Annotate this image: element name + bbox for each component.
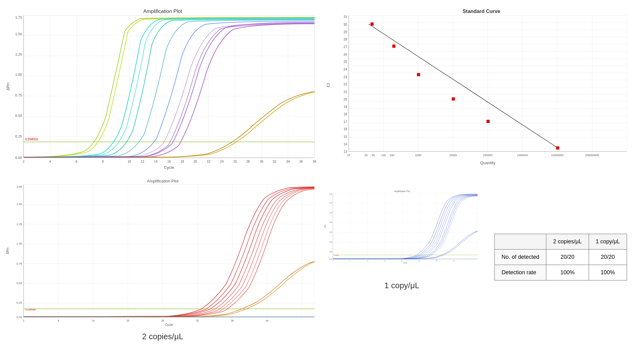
table-value-rate-1copy: 100%: [589, 265, 627, 280]
table-header-2copies: 2 copies/μL: [546, 234, 589, 249]
svg-text:10000000: 10000000: [551, 154, 564, 157]
std-point-5: [486, 120, 489, 123]
svg-text:Ct: Ct: [326, 83, 331, 87]
svg-text:1.25: 1.25: [15, 53, 22, 56]
svg-text:23: 23: [343, 75, 347, 79]
amplification-plot-main: Amplification Plot: [5, 5, 321, 172]
detection-table-container: 2 copies/μL 1 copy/μL No. of detected 20…: [482, 174, 639, 340]
svg-text:18: 18: [343, 113, 347, 116]
svg-text:20: 20: [194, 160, 197, 163]
bottom-right-section: Amplification Plot: [323, 174, 640, 342]
svg-text:24: 24: [343, 68, 347, 71]
svg-text:1.00: 1.00: [16, 242, 22, 245]
detection-table: 2 copies/μL 1 copy/μL No. of detected 20…: [494, 234, 627, 280]
std-point-6: [556, 146, 559, 149]
svg-text:29: 29: [343, 30, 347, 34]
svg-text:26: 26: [343, 53, 347, 56]
svg-text:0.25: 0.25: [16, 301, 22, 304]
svg-text:200: 200: [390, 154, 394, 157]
table-value-detected-2copies: 20/20: [546, 249, 589, 265]
svg-text:32: 32: [419, 260, 420, 261]
svg-text:Quantity: Quantity: [480, 160, 495, 165]
svg-text:1.25: 1.25: [329, 212, 332, 213]
svg-text:20: 20: [364, 154, 367, 157]
amp-1copy-label: 1 copy/μL: [323, 281, 481, 290]
table-label-detected: No. of detected: [495, 249, 546, 265]
standard-curve-container: Standard Curve: [323, 5, 640, 172]
svg-text:22: 22: [343, 83, 347, 86]
svg-text:Cycle: Cycle: [164, 165, 174, 170]
amp-1copy-container: Amplification Plot: [323, 174, 481, 340]
svg-text:36: 36: [299, 160, 303, 163]
svg-text:1.50: 1.50: [16, 203, 22, 206]
svg-text:100: 100: [381, 154, 386, 157]
svg-text:30: 30: [260, 160, 263, 163]
svg-text:10000: 10000: [449, 154, 457, 157]
svg-text:0.00: 0.00: [16, 316, 22, 319]
svg-text:20: 20: [126, 319, 130, 322]
table-value-detected-1copy: 20/20: [589, 249, 627, 265]
svg-text:44: 44: [266, 319, 269, 322]
table-header-1copy: 1 copy/μL: [589, 234, 627, 249]
amp-2copies-container: Amplification Plot: [5, 174, 321, 342]
svg-text:32: 32: [273, 160, 277, 163]
svg-text:2: 2: [23, 319, 24, 322]
svg-text:20: 20: [384, 260, 386, 261]
svg-text:15: 15: [343, 135, 347, 139]
svg-text:1.00: 1.00: [15, 73, 22, 76]
svg-text:ΔRn: ΔRn: [6, 83, 10, 91]
svg-text:14: 14: [92, 319, 95, 322]
amp-1copy-title: Amplification Plot: [394, 190, 410, 193]
svg-text:2: 2: [332, 260, 333, 261]
amp-2copies-title: Amplification Plot: [147, 178, 178, 183]
svg-text:50: 50: [372, 154, 375, 157]
svg-text:26: 26: [401, 260, 403, 261]
svg-text:22: 22: [207, 160, 211, 163]
svg-text:32: 32: [196, 319, 199, 322]
svg-text:30: 30: [343, 23, 347, 26]
svg-text:Cycle: Cycle: [165, 323, 173, 326]
svg-text:13: 13: [343, 150, 347, 153]
svg-text:19: 19: [343, 105, 347, 109]
svg-text:26: 26: [161, 319, 164, 322]
svg-text:1.75: 1.75: [15, 15, 22, 19]
threshold-label: 0.09493±: [25, 138, 38, 141]
svg-text:0.75: 0.75: [15, 93, 22, 97]
svg-text:26: 26: [233, 160, 237, 163]
svg-text:31: 31: [343, 15, 347, 19]
svg-text:38: 38: [436, 260, 437, 261]
svg-text:25: 25: [343, 60, 347, 63]
svg-text:Cycle: Cycle: [403, 262, 407, 264]
svg-text:0.50: 0.50: [16, 282, 22, 285]
svg-text:0.25: 0.25: [329, 251, 332, 253]
std-point-1: [370, 23, 373, 26]
svg-text:2.00: 2.00: [329, 193, 332, 195]
std-point-3: [417, 73, 420, 76]
svg-rect-160: [333, 193, 477, 259]
svg-text:18: 18: [181, 160, 184, 163]
svg-text:38: 38: [231, 319, 234, 322]
svg-text:44: 44: [453, 260, 454, 261]
svg-text:1.00: 1.00: [329, 222, 332, 223]
svg-text:8: 8: [58, 319, 59, 322]
svg-text:ΔRn: ΔRn: [6, 247, 9, 254]
svg-text:1.50: 1.50: [15, 32, 22, 36]
svg-text:1000: 1000: [415, 154, 421, 157]
svg-rect-117: [23, 184, 314, 317]
table-label-detection-rate: Detection rate: [495, 265, 546, 280]
svg-text:10: 10: [128, 160, 131, 163]
svg-text:38: 38: [313, 160, 316, 163]
svg-text:8: 8: [102, 160, 104, 163]
svg-text:2.00: 2.00: [16, 185, 22, 188]
svg-text:14: 14: [367, 260, 368, 261]
svg-text:28: 28: [343, 38, 347, 41]
svg-text:0.75: 0.75: [329, 232, 332, 233]
svg-text:12: 12: [141, 160, 144, 163]
svg-text:28: 28: [246, 160, 250, 163]
amp-2copies-label: 2 copies/μL: [5, 332, 321, 341]
svg-text:0.25: 0.25: [15, 135, 22, 138]
svg-text:0.50: 0.50: [329, 241, 332, 243]
svg-text:0.108096: 0.108096: [334, 254, 339, 256]
std-point-4: [452, 97, 455, 100]
svg-text:4: 4: [49, 160, 51, 163]
